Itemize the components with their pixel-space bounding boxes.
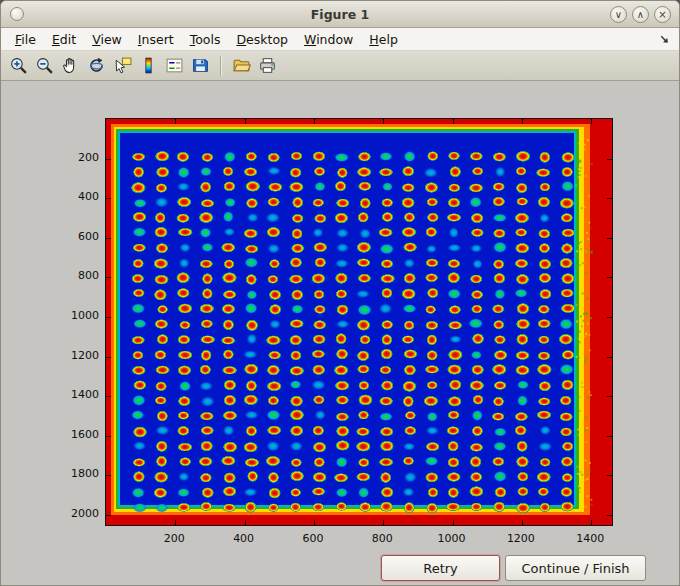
save-figure-button[interactable] bbox=[188, 54, 212, 78]
minimize-button[interactable]: ∨ bbox=[610, 6, 627, 23]
continue-finish-button[interactable]: Continue / Finish bbox=[505, 555, 646, 581]
y-tick-label: 1600 bbox=[53, 428, 99, 442]
save-icon bbox=[191, 56, 210, 75]
x-tick-label: 200 bbox=[152, 532, 196, 546]
menu-edit[interactable]: Edit bbox=[44, 30, 84, 49]
y-tick-label: 200 bbox=[53, 151, 99, 165]
x-tick-label: 400 bbox=[222, 532, 266, 546]
y-tick-label: 800 bbox=[53, 269, 99, 283]
toolbar-separator bbox=[220, 56, 221, 76]
y-tick-label: 2000 bbox=[53, 507, 99, 521]
menu-desktop[interactable]: Desktop bbox=[228, 30, 296, 49]
dock-arrow-icon bbox=[658, 33, 671, 46]
menubar: File Edit View Insert Tools Desktop Wind… bbox=[1, 28, 679, 51]
figure-window: Figure 1 ∨ ∧ × File Edit View Insert Too… bbox=[0, 0, 680, 586]
y-tick-label: 1800 bbox=[53, 467, 99, 481]
zoom-in-button[interactable] bbox=[6, 54, 30, 78]
figure-canvas: Retry Continue / Finish 2004006008001000… bbox=[1, 81, 679, 585]
figure-toolbar bbox=[1, 51, 679, 81]
pan-button[interactable] bbox=[58, 54, 82, 78]
y-tick-label: 1000 bbox=[53, 309, 99, 323]
dock-figure-icon[interactable] bbox=[655, 30, 673, 48]
y-tick-label: 400 bbox=[53, 190, 99, 204]
titlebar[interactable]: Figure 1 ∨ ∧ × bbox=[1, 1, 679, 28]
window-title: Figure 1 bbox=[1, 7, 679, 22]
menu-help[interactable]: Help bbox=[361, 30, 406, 49]
data-cursor-icon bbox=[113, 56, 132, 75]
window-menu-icon[interactable] bbox=[10, 7, 24, 21]
y-tick-label: 600 bbox=[53, 230, 99, 244]
zoom-out-button[interactable] bbox=[32, 54, 56, 78]
window-controls: ∨ ∧ × bbox=[610, 6, 679, 23]
menu-tools[interactable]: Tools bbox=[182, 30, 229, 49]
data-cursor-button[interactable] bbox=[110, 54, 134, 78]
menu-window[interactable]: Window bbox=[296, 30, 361, 49]
hand-icon bbox=[61, 56, 80, 75]
legend-icon bbox=[165, 56, 184, 75]
maximize-button[interactable]: ∧ bbox=[632, 6, 649, 23]
open-file-button[interactable] bbox=[229, 54, 253, 78]
x-tick-label: 600 bbox=[291, 532, 335, 546]
retry-button[interactable]: Retry bbox=[381, 555, 500, 581]
menu-insert[interactable]: Insert bbox=[130, 30, 182, 49]
x-tick-label: 1400 bbox=[568, 532, 612, 546]
axes bbox=[105, 118, 613, 526]
x-tick-label: 1200 bbox=[499, 532, 543, 546]
insert-colorbar-button[interactable] bbox=[136, 54, 160, 78]
x-tick-label: 800 bbox=[360, 532, 404, 546]
printer-icon bbox=[258, 56, 277, 75]
insert-legend-button[interactable] bbox=[162, 54, 186, 78]
y-tick-label: 1400 bbox=[53, 388, 99, 402]
colorbar-icon bbox=[139, 56, 158, 75]
folder-icon bbox=[232, 56, 251, 75]
menu-view[interactable]: View bbox=[84, 30, 130, 49]
y-tick-label: 1200 bbox=[53, 349, 99, 363]
print-figure-button[interactable] bbox=[255, 54, 279, 78]
zoom-in-icon bbox=[9, 56, 28, 75]
rotate-3d-button[interactable] bbox=[84, 54, 108, 78]
x-tick-label: 1000 bbox=[430, 532, 474, 546]
menu-file[interactable]: File bbox=[7, 30, 44, 49]
zoom-out-icon bbox=[35, 56, 54, 75]
plot-image[interactable] bbox=[106, 119, 612, 525]
rotate-3d-icon bbox=[87, 56, 106, 75]
close-button[interactable]: × bbox=[654, 6, 671, 23]
